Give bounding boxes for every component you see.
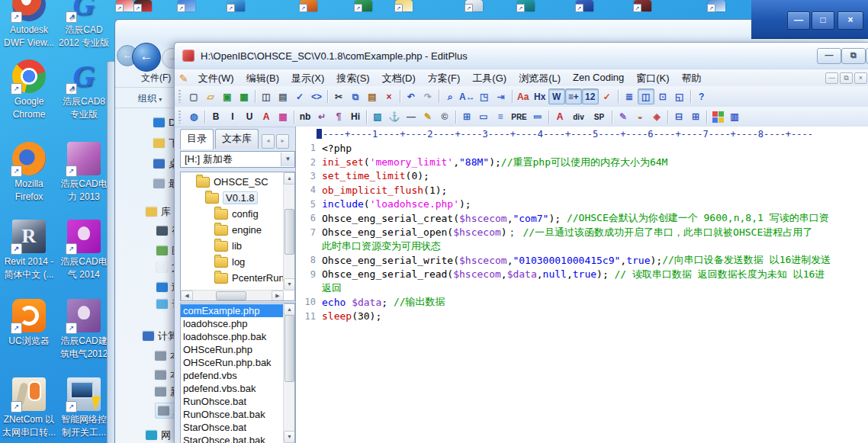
explorer-menu-file[interactable]: 文件(F) xyxy=(141,72,171,85)
file-list-item[interactable]: loadohsce.php xyxy=(181,317,284,330)
tab-directory[interactable]: 目录 xyxy=(180,129,214,149)
print-button[interactable]: ▤ xyxy=(275,88,291,104)
desktop-top-icon-9[interactable]: ↗ xyxy=(576,0,593,11)
outline-collapse-button[interactable]: ⊟ xyxy=(670,109,687,125)
browser-globe-button[interactable]: ◍ xyxy=(185,109,202,125)
desktop-icon-haochen-cad-jianzhu-dianqi-2012[interactable]: ↗浩辰CAD建筑电气2012 xyxy=(56,299,111,361)
file-list-item[interactable]: OHSceRun.php xyxy=(181,343,284,356)
desktop-icon-mozilla-firefox[interactable]: ↗MozillaFirefox xyxy=(2,142,56,204)
word-wrap-button[interactable]: W xyxy=(548,88,565,104)
organize-button[interactable]: 组织 ▾ xyxy=(138,92,162,105)
restore-button[interactable]: ⧉ xyxy=(841,48,866,64)
file-list-item[interactable]: pdefend.vbs xyxy=(181,369,284,382)
directory-tree-item[interactable]: lib xyxy=(181,238,294,254)
horizontal-rule-button[interactable]: — xyxy=(403,109,420,125)
explorer-tree-item[interactable]: 计算 xyxy=(143,329,178,343)
tree-horizontal-scrollbar[interactable]: ◀ ▶ xyxy=(181,290,284,300)
bg-close-button[interactable]: × xyxy=(837,11,863,30)
compose-button[interactable]: ✎ xyxy=(420,109,436,125)
css-style-button[interactable]: ◒ xyxy=(632,109,648,125)
drive-selector[interactable]: [H:] 新加卷 ▼ xyxy=(180,151,295,168)
cut-button[interactable]: ✂ xyxy=(330,88,347,104)
find-in-files-button[interactable]: ◳ xyxy=(476,88,493,104)
paragraph-button[interactable]: ¶ xyxy=(330,109,347,125)
desktop-icon-haochen-cad-dianli-2013[interactable]: ↗浩辰CAD电力 2013 xyxy=(56,142,111,204)
desktop-icon-revit-2014[interactable]: R↗Revit 2014 -简体中文 (... xyxy=(2,220,56,282)
bold-button[interactable]: B xyxy=(207,109,224,125)
desktop-top-icon-2[interactable]: ↗ xyxy=(178,0,195,11)
desktop-top-icon-7[interactable]: ↗ xyxy=(465,0,483,11)
menu-item-9[interactable]: 窗口(K) xyxy=(630,70,675,87)
file-list-item[interactable]: StarOhsce.bat xyxy=(181,421,284,434)
file-list-vertical-scrollbar[interactable]: ▲ ▼ xyxy=(283,303,294,443)
goto-line-button[interactable]: ⇥ xyxy=(493,88,510,104)
menu-item-0[interactable]: 文件(W) xyxy=(192,70,240,87)
font-tag-button[interactable]: A xyxy=(551,109,568,125)
copy-button[interactable]: ⧉ xyxy=(347,88,364,104)
anchor-button[interactable]: ⚓ xyxy=(386,109,403,125)
line-break-button[interactable]: ↵ xyxy=(313,109,330,125)
div-tag-button[interactable]: div xyxy=(568,109,589,125)
directory-tree-item[interactable]: engine xyxy=(181,222,294,238)
insert-table-button[interactable]: ⊞ xyxy=(458,109,475,125)
pre-tag-button[interactable]: PRE xyxy=(509,109,529,125)
scroll-up-button[interactable]: ▲ xyxy=(284,303,295,316)
redo-button[interactable]: ↷ xyxy=(420,88,436,104)
outline-expand-button[interactable]: ⊞ xyxy=(687,109,704,125)
desktop-icon-uc-browser[interactable]: ↗UC浏览器 xyxy=(2,299,56,348)
div-block-button[interactable]: ▭ xyxy=(475,109,492,125)
tab-scroll-right-button[interactable]: ▸ xyxy=(276,134,289,149)
desktop-icon-haochen-cad-dianqi-2014[interactable]: ↗浩辰CAD电气 2014 xyxy=(56,220,111,282)
find-button[interactable]: ⌕ xyxy=(442,88,458,104)
file-list-item[interactable]: OHSceRun.php.bak xyxy=(181,356,284,369)
html-entities-button[interactable]: <> xyxy=(308,88,325,104)
doc-minimize-button[interactable]: — xyxy=(825,72,838,84)
directory-tree-item[interactable]: config xyxy=(181,206,294,222)
change-case-button[interactable]: Aa xyxy=(515,88,532,104)
scroll-down-button[interactable]: ▼ xyxy=(284,278,295,291)
desktop-top-icon-6[interactable]: ↗ xyxy=(395,0,413,11)
auto-numbering-button[interactable]: 12 xyxy=(582,88,599,104)
title-bar[interactable]: H:\OpenIBC\OHSCE_SC\V0.1.8\comExample.ph… xyxy=(175,43,868,69)
desktop-icon-haochen-cad8[interactable]: G↗浩辰CAD8专业版 xyxy=(56,59,111,122)
delete-button[interactable]: × xyxy=(381,88,397,104)
directory-tree-item[interactable]: OHSCE_SC xyxy=(181,174,294,190)
tab-cliptext[interactable]: 文本库 xyxy=(215,129,259,149)
code-editor[interactable]: ----+----1----+----2----+----3----+----4… xyxy=(295,127,868,443)
menu-item-5[interactable]: 方案(F) xyxy=(422,70,467,87)
font-color-button[interactable]: A xyxy=(258,109,275,125)
save-button[interactable]: ▣ xyxy=(219,88,236,104)
color-picker-button[interactable]: ◈ xyxy=(648,109,665,125)
desktop-icon-autodesk-dwf-viewer[interactable]: ↗AutodeskDWF View... xyxy=(2,0,56,50)
scroll-left-button[interactable]: ◀ xyxy=(181,291,193,301)
menu-item-4[interactable]: 文档(D) xyxy=(376,70,422,87)
spell-check-button[interactable]: ✓ xyxy=(291,88,308,104)
toolbar-grip[interactable] xyxy=(178,90,181,103)
scrollbar-thumb[interactable] xyxy=(285,209,294,255)
split-window-button[interactable]: ◫ xyxy=(638,88,654,104)
menu-item-10[interactable]: 帮助 xyxy=(676,70,708,87)
desktop-top-icon-3[interactable]: ↗ xyxy=(227,0,245,11)
menu-item-7[interactable]: 浏览器(L) xyxy=(513,70,567,87)
syntax-check-button[interactable]: ✓ xyxy=(599,88,616,104)
heading-button[interactable]: Hi xyxy=(347,109,364,125)
show-line-numbers-button[interactable]: ≡+ xyxy=(565,88,582,104)
file-list-item[interactable]: pdefend.vbs.bak xyxy=(181,382,284,395)
bg-maximize-button[interactable]: □ xyxy=(812,11,834,30)
file-list-item[interactable]: loadohsce.php.bak xyxy=(181,330,284,343)
desktop-top-icon-0[interactable]: ↗ xyxy=(116,0,133,11)
save-all-button[interactable]: ▦ xyxy=(236,88,252,104)
menu-item-2[interactable]: 显示(X) xyxy=(285,70,330,87)
browser-preview-button[interactable]: ⊡ xyxy=(654,88,671,104)
insert-list-button[interactable]: ≔ xyxy=(529,109,546,125)
scrollbar-thumb[interactable] xyxy=(285,315,294,382)
doc-close-button[interactable]: × xyxy=(854,72,867,84)
tab-scroll-left-button[interactable]: ◂ xyxy=(262,134,275,149)
print-preview-button[interactable]: ◫ xyxy=(258,88,275,104)
desktop-icon-znetcom-serial[interactable]: ↗ZNetCom 以太网串口转... xyxy=(2,377,56,440)
hex-viewer-button[interactable]: Hx xyxy=(532,88,548,104)
open-file-button[interactable]: ▱ xyxy=(202,88,219,104)
undo-button[interactable]: ↶ xyxy=(403,88,420,104)
new-file-button[interactable]: ▢ xyxy=(185,88,202,104)
menu-item-8[interactable]: Zen Coding xyxy=(567,70,630,87)
